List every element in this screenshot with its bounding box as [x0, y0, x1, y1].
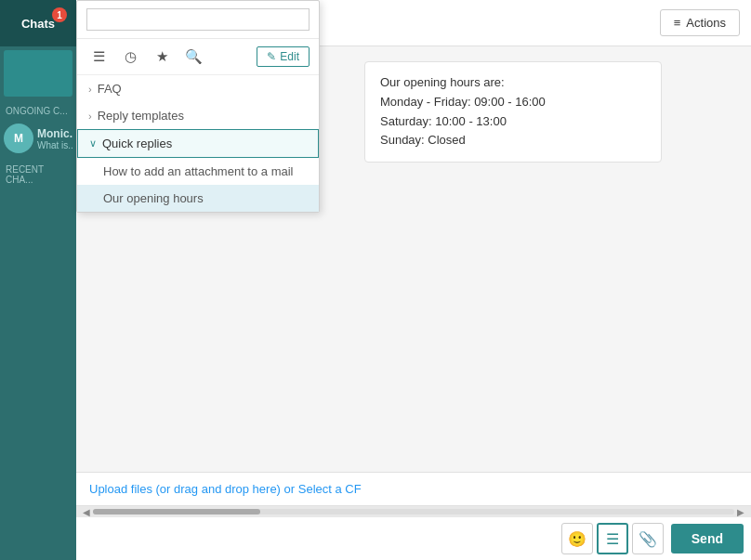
send-button[interactable]: Send — [671, 524, 744, 553]
reply-templates-chevron: › — [88, 111, 92, 122]
star-icon-button[interactable]: ★ — [150, 45, 174, 69]
scrollbar-strip: ◀ ▶ — [76, 506, 751, 517]
opening-hours-label: Our opening hours — [103, 191, 204, 205]
quick-replies-label: Quick replies — [102, 137, 172, 150]
upload-text: Upload files (or drag and drop here) or … — [76, 473, 751, 506]
input-toolbar: 🙂 ☰ 📎 Send — [76, 517, 751, 560]
input-area: Upload files (or drag and drop here) or … — [76, 472, 751, 560]
faq-chevron: › — [88, 84, 92, 95]
edit-button[interactable]: ✎ Edit — [257, 46, 310, 67]
scrollbar-track[interactable] — [93, 509, 734, 514]
ongoing-label: ONGOING C... — [0, 100, 76, 118]
dropdown-subitem-how-to-add[interactable]: How to add an attachment to a mail — [77, 158, 319, 185]
edit-label: Edit — [280, 50, 299, 63]
dropdown-item-reply-templates[interactable]: › Reply templates — [77, 102, 319, 129]
chat-name: Monic... — [37, 127, 72, 140]
sidebar: Chats 1 ONGOING C... M Monic... What is.… — [0, 0, 76, 560]
scrollbar-thumb — [93, 509, 260, 514]
emoji-button[interactable]: 🙂 — [561, 523, 593, 554]
avatar: M — [4, 124, 33, 153]
reply-templates-label: Reply templates — [98, 109, 184, 123]
chat-list-item[interactable]: M Monic... What is... — [0, 118, 76, 159]
actions-button[interactable]: ≡ Actions — [660, 9, 740, 36]
message-line-2: Monday - Friday: 09:00 - 16:00 — [380, 93, 646, 112]
scroll-right-arrow[interactable]: ▶ — [734, 507, 747, 517]
chat-badge: 1 — [52, 7, 67, 22]
clock-icon-button[interactable]: ◷ — [118, 45, 142, 69]
message-line-3: Saturday: 10:00 - 13:00 — [380, 112, 646, 132]
dropdown-item-quick-replies[interactable]: ∨ Quick replies — [77, 129, 319, 158]
menu-icon-button[interactable]: ☰ — [86, 45, 111, 69]
dropdown-subitem-opening-hours[interactable]: Our opening hours — [77, 185, 319, 212]
sidebar-green-block — [4, 50, 72, 97]
actions-icon: ≡ — [674, 16, 681, 30]
recent-label: RECENT CHA... — [0, 159, 76, 187]
actions-label: Actions — [686, 16, 726, 30]
sidebar-chats-tab[interactable]: Chats 1 — [0, 0, 76, 46]
message-line-1: Our opening hours are: — [380, 73, 646, 93]
dropdown-item-faq[interactable]: › FAQ — [77, 75, 319, 102]
dropdown-popup: ☰ ◷ ★ 🔍 ✎ Edit › FAQ › Reply templates ∨… — [76, 0, 320, 213]
dropdown-search-input[interactable] — [86, 8, 310, 31]
quick-replies-chevron: ∨ — [89, 137, 97, 150]
template-button[interactable]: ☰ — [597, 523, 628, 554]
dropdown-toolbar: ☰ ◷ ★ 🔍 ✎ Edit — [77, 39, 319, 75]
chat-preview: What is... — [37, 140, 72, 150]
chats-label: Chats — [21, 17, 55, 31]
dropdown-search-area — [77, 1, 319, 39]
how-to-add-label: How to add an attachment to a mail — [103, 164, 294, 178]
faq-label: FAQ — [98, 82, 122, 96]
message-bubble: Our opening hours are: Monday - Friday: … — [364, 61, 662, 163]
scroll-left-arrow[interactable]: ◀ — [80, 507, 93, 517]
search-icon-button[interactable]: 🔍 — [181, 45, 205, 69]
attach-button[interactable]: 📎 — [632, 523, 664, 554]
message-line-4: Sunday: Closed — [380, 131, 646, 150]
edit-icon: ✎ — [267, 50, 276, 63]
